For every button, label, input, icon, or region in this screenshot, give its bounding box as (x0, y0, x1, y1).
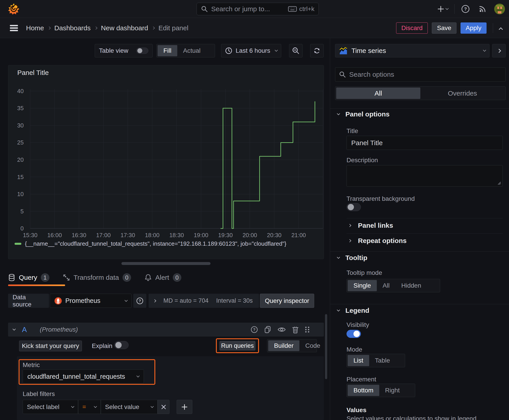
discard-button[interactable]: Discard (396, 22, 428, 34)
all-overrides-tabs: All Overrides (335, 86, 506, 100)
tooltip-hidden-option[interactable]: Hidden (395, 280, 427, 291)
collapse-header-button[interactable] (499, 27, 503, 31)
explain-toggle[interactable] (114, 341, 129, 349)
query-row-header[interactable]: A (Prometheus) ? (8, 323, 324, 337)
interval: Interval = 30s (216, 297, 253, 304)
legend-section-header[interactable]: Legend (337, 307, 369, 314)
save-button[interactable]: Save (432, 22, 456, 34)
svg-text:?: ? (464, 7, 467, 11)
plus-icon (437, 5, 445, 13)
legend-list-option[interactable]: List (348, 355, 369, 366)
pane-resize-handle[interactable] (122, 262, 211, 265)
add-menu-button[interactable] (437, 5, 448, 13)
search-icon (339, 71, 346, 78)
options-search-input[interactable]: Search options (335, 67, 506, 82)
resize-handle-icon[interactable] (497, 181, 501, 185)
menu-toggle-button[interactable] (10, 24, 19, 32)
svg-text:17:00: 17:00 (96, 232, 111, 238)
breadcrumb-new-dashboard[interactable]: New dashboard (101, 24, 148, 32)
run-queries-button[interactable]: Run queries (220, 341, 255, 351)
refresh-button[interactable] (310, 44, 324, 57)
chart-legend[interactable]: {__name__="cloudflared_tunnel_total_requ… (15, 240, 286, 247)
user-avatar[interactable] (494, 4, 505, 14)
table-view-toggle[interactable] (136, 48, 148, 54)
collapse-options-button[interactable] (492, 44, 506, 57)
panel-options-section-label: Panel options (345, 110, 390, 118)
select-label-dropdown[interactable]: Select label (23, 400, 78, 414)
metric-select[interactable]: cloudflared_tunnel_total_requests (23, 369, 144, 383)
select-value-placeholder: Select value (105, 403, 151, 411)
breadcrumb-dashboards[interactable]: Dashboards (54, 24, 91, 32)
time-range-picker[interactable]: Last 6 hours (221, 44, 281, 57)
breadcrumb-home[interactable]: Home (26, 24, 44, 32)
svg-text:5: 5 (20, 208, 23, 215)
legend-placement-switch: Bottom Right (347, 384, 415, 397)
repeat-options-section-header[interactable]: Repeat options (349, 237, 407, 245)
news-button[interactable] (478, 5, 487, 14)
apply-button[interactable]: Apply (461, 22, 486, 34)
svg-text:21:00: 21:00 (291, 232, 306, 238)
tab-overrides[interactable]: Overrides (420, 88, 504, 99)
search-icon (201, 5, 208, 13)
grafana-logo-icon[interactable] (8, 3, 20, 15)
duplicate-query-icon[interactable] (264, 326, 272, 334)
tab-query[interactable]: Query 1 (8, 273, 49, 282)
metric-value: cloudflared_tunnel_total_requests (27, 373, 137, 380)
visualization-picker[interactable]: Time series (335, 44, 489, 57)
panel-options-section-header[interactable]: Panel options (337, 110, 390, 118)
metric-highlight: Metric cloudflared_tunnel_total_requests (19, 359, 155, 385)
chevron-down-icon (13, 327, 16, 330)
remove-filter-button[interactable] (158, 400, 169, 414)
global-search-input[interactable]: Search or jump to... ctrl+k (197, 3, 319, 15)
code-option[interactable]: Code (299, 340, 326, 351)
help-button[interactable]: ? (461, 5, 470, 14)
operator-dropdown[interactable]: = (78, 400, 101, 414)
datasource-picker[interactable]: Prometheus (50, 294, 131, 308)
tooltip-mode-label: Tooltip mode (347, 269, 382, 276)
drag-handle-icon[interactable] (304, 326, 310, 333)
description-textarea[interactable] (347, 165, 503, 187)
query-options-bar[interactable]: MD = auto = 704 Interval = 30s (149, 294, 259, 308)
title-input[interactable]: Panel Title (347, 136, 503, 150)
help-icon: ? (461, 5, 470, 14)
divider (330, 251, 509, 252)
add-filter-button[interactable] (177, 400, 192, 414)
tooltip-single-option[interactable]: Single (348, 280, 377, 291)
datasource-help-button[interactable]: ? (133, 294, 146, 308)
chevron-down-icon (275, 48, 278, 52)
panel-links-section-header[interactable]: Panel links (349, 222, 393, 229)
tooltip-section-header[interactable]: Tooltip (337, 254, 367, 262)
actual-option[interactable]: Actual (177, 45, 206, 56)
tooltip-section-label: Tooltip (345, 254, 367, 262)
builder-option[interactable]: Builder (268, 340, 299, 351)
placement-bottom-option[interactable]: Bottom (348, 385, 379, 396)
legend-table-option[interactable]: Table (369, 355, 396, 366)
placement-right-option[interactable]: Right (379, 385, 406, 396)
tab-all[interactable]: All (336, 88, 420, 99)
select-value-dropdown[interactable]: Select value (101, 400, 158, 414)
query-ref-id: A (22, 326, 27, 334)
transparent-background-toggle[interactable] (347, 203, 361, 211)
legend-visibility-toggle[interactable] (347, 330, 361, 338)
delete-query-icon[interactable] (291, 326, 299, 334)
fill-option[interactable]: Fill (158, 45, 177, 56)
bell-icon (144, 274, 152, 281)
hide-query-icon[interactable] (277, 326, 286, 334)
tab-transform[interactable]: Transform data 0 (63, 273, 131, 282)
chevron-down-icon (337, 255, 340, 259)
divider (347, 233, 503, 233)
refresh-icon (313, 47, 321, 55)
zoom-out-button[interactable] (289, 44, 303, 57)
tooltip-all-option[interactable]: All (377, 280, 395, 291)
scrollbar-thumb[interactable] (325, 314, 327, 379)
tab-alert[interactable]: Alert 0 (144, 273, 181, 282)
search-placeholder: Search or jump to... (211, 5, 288, 13)
label-filters-row: Select label = Select value (17, 400, 324, 414)
svg-text:30: 30 (17, 122, 24, 128)
svg-text:10: 10 (17, 191, 24, 197)
chevron-right-icon (153, 299, 156, 302)
time-range-label: Last 6 hours (236, 47, 272, 54)
query-help-icon[interactable]: ? (250, 326, 258, 334)
query-inspector-button[interactable]: Query inspector (260, 294, 314, 308)
kick-start-button[interactable]: Kick start your query (19, 341, 82, 351)
